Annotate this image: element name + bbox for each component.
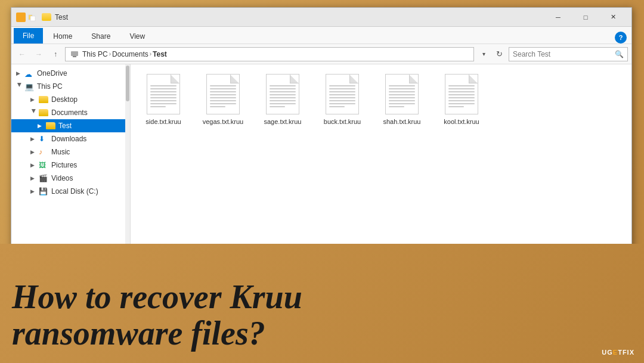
doc-line — [448, 103, 475, 104]
tab-home[interactable]: Home — [44, 29, 81, 44]
doc-line — [329, 97, 355, 98]
sidebar-scrollbar-thumb[interactable] — [126, 66, 129, 101]
doc-lines-2 — [270, 85, 296, 109]
sidebar-downloads-label: Downloads — [51, 135, 86, 143]
expand-icon-thispc: ▶ — [17, 83, 23, 90]
doc-line — [448, 94, 475, 95]
tab-view[interactable]: View — [120, 29, 154, 44]
doc-line — [150, 94, 177, 95]
sidebar-scrollbar-track[interactable] — [125, 64, 130, 244]
file-item-2[interactable]: sage.txt.kruu — [256, 70, 309, 129]
minimize-button[interactable]: ─ — [544, 8, 572, 27]
headline: How to recover Kruu ransomware files? — [12, 279, 632, 352]
doc-line — [150, 97, 177, 98]
doc-line — [270, 106, 285, 107]
sidebar-item-onedrive[interactable]: ▶ ☁ OneDrive — [11, 67, 126, 80]
doc-line — [210, 100, 236, 101]
path-documents[interactable]: Documents — [112, 50, 148, 58]
path-test[interactable]: Test — [153, 50, 167, 58]
forward-button[interactable]: → — [32, 47, 46, 61]
sidebar-item-downloads[interactable]: ▶ ⬇ Downloads — [11, 132, 126, 145]
doc-line — [210, 106, 225, 107]
dropdown-button[interactable]: ▾ — [476, 47, 491, 61]
doc-lines-3 — [329, 85, 355, 109]
doc-line — [329, 103, 355, 104]
doc-line — [448, 106, 464, 107]
headline-line1: How to recover Kruu — [12, 278, 302, 315]
sidebar-item-videos[interactable]: ▶ 🎬 Videos — [11, 172, 126, 185]
doc-line — [270, 85, 296, 86]
doc-line — [150, 91, 177, 92]
sidebar-item-localdisk[interactable]: ▶ 💾 Local Disk (C:) — [11, 185, 126, 198]
doc-line — [270, 91, 296, 92]
file-item-4[interactable]: shah.txt.kruu — [375, 70, 429, 129]
doc-line — [448, 100, 475, 101]
sidebar-item-documents[interactable]: ▶ Documents — [11, 106, 126, 119]
sidebar-item-test[interactable]: ▶ Test — [11, 119, 126, 132]
search-icon[interactable]: 🔍 — [615, 50, 624, 58]
doc-line — [329, 88, 355, 89]
title-bar-icons — [16, 13, 37, 22]
expand-icon-disk: ▶ — [30, 188, 38, 194]
headline-line2: ransomware files? — [12, 315, 265, 352]
file-icon-4 — [385, 74, 419, 114]
file-icon-5 — [445, 74, 478, 114]
doc-line — [389, 97, 415, 98]
tab-file[interactable]: File — [14, 28, 43, 44]
doc-line — [329, 85, 355, 86]
doc-lines-0 — [150, 85, 177, 109]
doc-line — [150, 100, 177, 101]
doc-line — [329, 94, 355, 95]
doc-line — [448, 97, 475, 98]
thispc-icon: 💻 — [24, 82, 34, 91]
address-path[interactable]: This PC › Documents › Test — [65, 47, 474, 61]
doc-line — [150, 103, 177, 104]
sidebar-item-desktop[interactable]: ▶ Desktop — [11, 93, 126, 106]
sidebar-test-label: Test — [58, 122, 72, 130]
refresh-button[interactable]: ↻ — [492, 47, 506, 61]
doc-lines-5 — [448, 85, 475, 109]
sidebar-item-music[interactable]: ▶ ♪ Music — [11, 145, 126, 159]
file-icon-3 — [326, 74, 359, 114]
maximize-button[interactable]: □ — [572, 8, 599, 27]
window-folder-icon — [42, 13, 51, 21]
up-button[interactable]: ↑ — [48, 47, 63, 61]
path-thispc[interactable]: This PC — [82, 50, 108, 58]
doc-line — [329, 106, 345, 107]
videos-icon: 🎬 — [39, 174, 48, 182]
file-name-0: side.txt.kruu — [145, 117, 181, 126]
explorer-window: Test ─ □ ✕ File Home Share View ? ← → ↑ … — [11, 7, 632, 257]
tab-share[interactable]: Share — [82, 29, 119, 44]
downloads-icon: ⬇ — [39, 135, 48, 143]
doc-line — [210, 103, 236, 104]
doc-line — [270, 100, 296, 101]
expand-icon-downloads: ▶ — [30, 136, 38, 142]
search-box[interactable]: 🔍 — [509, 47, 628, 61]
title-bar: Test ─ □ ✕ — [11, 8, 631, 27]
file-item-0[interactable]: side.txt.kruu — [137, 70, 190, 129]
sidebar-desktop-label: Desktop — [51, 95, 78, 104]
sidebar-onedrive-label: OneDrive — [37, 69, 67, 77]
doc-line — [389, 85, 415, 86]
file-icon-1 — [206, 74, 240, 114]
sidebar-item-pictures[interactable]: ▶ 🖼 Pictures — [11, 159, 126, 172]
back-button[interactable]: ← — [15, 47, 29, 61]
close-button[interactable]: ✕ — [599, 8, 627, 27]
disk-icon: 💾 — [39, 187, 48, 196]
help-button[interactable]: ? — [615, 32, 627, 44]
file-icon-2 — [266, 74, 299, 114]
file-item-1[interactable]: vegas.txt.kruu — [196, 70, 250, 129]
address-bar: ← → ↑ This PC › Documents › Test ▾ ↻ 🔍 — [11, 44, 631, 64]
address-controls: ▾ ↻ — [476, 47, 506, 61]
file-item-3[interactable]: buck.txt.kruu — [315, 70, 369, 129]
file-name-1: vegas.txt.kruu — [203, 117, 243, 126]
watermark-text2: TFIX — [618, 349, 634, 356]
doc-line — [210, 94, 236, 95]
expand-icon-pictures: ▶ — [30, 162, 38, 168]
file-view: side.txt.kruu vegas.txt.kruu — [131, 64, 631, 244]
file-item-5[interactable]: kool.txt.kruu — [435, 70, 488, 129]
search-input[interactable] — [513, 50, 615, 58]
sidebar-item-thispc[interactable]: ▶ 💻 This PC — [11, 80, 126, 93]
file-name-2: sage.txt.kruu — [264, 117, 302, 126]
expand-icon-desktop: ▶ — [30, 97, 38, 103]
